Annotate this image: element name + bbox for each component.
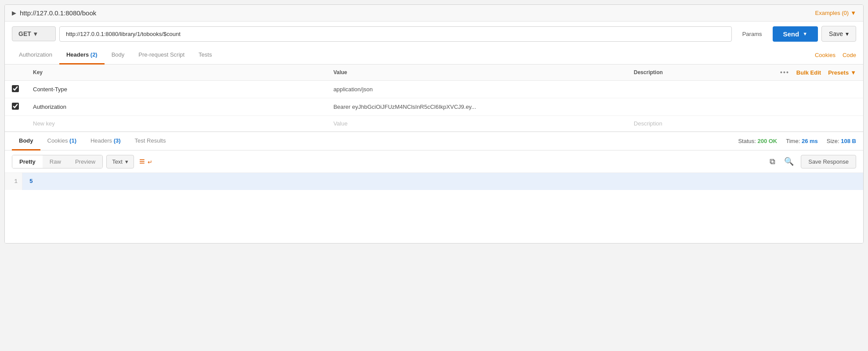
- format-select[interactable]: Text ▾: [106, 155, 134, 168]
- wrap-button[interactable]: ≡ ↵: [137, 154, 154, 169]
- status-label: Status: 200 OK: [738, 138, 777, 144]
- tab-response-body[interactable]: Body: [12, 132, 40, 150]
- row2-key[interactable]: Authorization: [26, 98, 326, 116]
- params-button[interactable]: Params: [735, 27, 769, 41]
- line-number-1: 1: [9, 178, 18, 185]
- method-select[interactable]: GET ▾: [12, 26, 56, 41]
- size-value: 108 B: [841, 138, 856, 144]
- row2-description[interactable]: [627, 98, 744, 116]
- col-value-header: Value: [326, 64, 627, 81]
- tab-headers[interactable]: Headers (2): [59, 46, 105, 64]
- send-label: Send: [783, 30, 799, 38]
- tab-response-cookies-badge: (1): [69, 137, 76, 144]
- tab-response-cookies-label: Cookies: [47, 137, 70, 144]
- view-raw-button[interactable]: Raw: [43, 155, 68, 168]
- tab-response-headers[interactable]: Headers (3): [83, 132, 128, 150]
- row2-checkbox[interactable]: [12, 103, 19, 110]
- expand-arrow-icon[interactable]: ▶: [12, 10, 16, 16]
- code-link[interactable]: Code: [843, 52, 856, 58]
- time-label: Time: 26 ms: [786, 138, 818, 144]
- col-description-header: Description: [627, 64, 744, 81]
- examples-link[interactable]: Examples (0) ▼: [815, 10, 856, 16]
- outer-container: ▶ http://127.0.0.1:8080/book Examples (0…: [0, 0, 868, 351]
- tab-headers-label: Headers: [66, 51, 90, 58]
- row2-value[interactable]: Bearer eyJhbGciOiJFUzM4NClsInR5cCl6IkpXV…: [326, 98, 627, 116]
- table-row: Authorization Bearer eyJhbGciOiJFUzM4NCl…: [5, 98, 863, 116]
- presets-label: Presets: [828, 69, 849, 76]
- new-row-key[interactable]: New key: [26, 116, 326, 132]
- row1-key[interactable]: Content-Type: [26, 81, 326, 98]
- row1-actions: [744, 81, 863, 98]
- tab-response-cookies[interactable]: Cookies (1): [40, 132, 83, 150]
- request-row: GET ▾ Params Send ▼ Save ▾: [5, 21, 863, 46]
- copy-button[interactable]: ⧉: [768, 155, 777, 168]
- new-key-placeholder: New key: [33, 120, 55, 127]
- tab-tests-label: Tests: [199, 51, 212, 58]
- search-button[interactable]: 🔍: [782, 155, 796, 168]
- save-button[interactable]: Save ▾: [821, 26, 856, 42]
- response-tabs-left: Body Cookies (1) Headers (3) Test Result…: [12, 132, 173, 150]
- save-chevron-icon: ▾: [846, 30, 849, 37]
- tab-body[interactable]: Body: [105, 46, 132, 64]
- url-input[interactable]: [59, 26, 732, 42]
- time-value: 26 ms: [802, 138, 818, 144]
- bulk-edit-button[interactable]: Bulk Edit: [796, 69, 821, 76]
- row1-checkbox-cell: [5, 81, 26, 98]
- tab-response-headers-badge: (3): [114, 137, 121, 144]
- tab-body-label: Body: [112, 51, 125, 58]
- response-meta: Status: 200 OK Time: 26 ms Size: 108 B: [738, 138, 856, 144]
- examples-chevron-icon: ▼: [850, 10, 856, 16]
- toolbar-left: Pretty Raw Preview Text ▾ ≡ ↵: [12, 154, 154, 169]
- url-bar-row: ▶ http://127.0.0.1:8080/book Examples (0…: [5, 5, 863, 21]
- method-label: GET: [18, 30, 31, 37]
- save-label: Save: [829, 30, 843, 37]
- code-line-1[interactable]: 5: [22, 173, 863, 190]
- more-options-icon[interactable]: •••: [780, 69, 789, 76]
- send-button[interactable]: Send ▼: [773, 26, 818, 42]
- line-numbers: 1: [5, 173, 22, 190]
- url-bar-left: ▶ http://127.0.0.1:8080/book: [12, 9, 96, 17]
- status-value: 200 OK: [757, 138, 777, 144]
- row2-checkbox-cell: [5, 98, 26, 116]
- format-chevron-icon: ▾: [125, 158, 128, 165]
- tab-pre-request-script[interactable]: Pre-request Script: [131, 46, 192, 64]
- response-tabs-row: Body Cookies (1) Headers (3) Test Result…: [5, 132, 863, 150]
- row1-checkbox[interactable]: [12, 85, 19, 92]
- tab-response-headers-label: Headers: [90, 137, 114, 144]
- cookies-link[interactable]: Cookies: [815, 52, 835, 58]
- response-toolbar: Pretty Raw Preview Text ▾ ≡ ↵ ⧉ 🔍 Save R…: [5, 150, 863, 173]
- headers-table: Key Value Description ••• Bulk Edit Pres…: [5, 64, 863, 132]
- col-actions-header: ••• Bulk Edit Presets ▼: [744, 64, 863, 81]
- tab-response-body-label: Body: [19, 137, 33, 144]
- url-title: http://127.0.0.1:8080/book: [20, 9, 96, 17]
- row1-description[interactable]: [627, 81, 744, 98]
- examples-label: Examples (0): [815, 10, 849, 16]
- presets-button[interactable]: Presets ▼: [828, 69, 856, 76]
- presets-chevron-icon: ▼: [850, 69, 856, 76]
- new-description-placeholder: Description: [634, 120, 662, 127]
- new-value-placeholder: Value: [333, 120, 347, 127]
- view-pretty-button[interactable]: Pretty: [12, 155, 43, 168]
- row2-actions: [744, 98, 863, 116]
- col-key-header: Key: [26, 64, 326, 81]
- tab-authorization[interactable]: Authorization: [12, 46, 59, 64]
- toolbar-right: ⧉ 🔍 Save Response: [768, 155, 856, 168]
- main-card: ▶ http://127.0.0.1:8080/book Examples (0…: [4, 4, 864, 244]
- tab-test-results[interactable]: Test Results: [128, 132, 173, 150]
- tab-pre-request-label: Pre-request Script: [138, 51, 184, 58]
- wrap-icon: ≡: [139, 156, 145, 167]
- tab-tests[interactable]: Tests: [192, 46, 219, 64]
- table-row-new: New key Value Description: [5, 116, 863, 132]
- request-tabs-left: Authorization Headers (2) Body Pre-reque…: [12, 46, 219, 64]
- code-area: 1 5: [5, 173, 863, 190]
- size-label: Size: 108 B: [827, 138, 856, 144]
- row1-value[interactable]: application/json: [326, 81, 627, 98]
- wrap-lines-icon: ↵: [148, 159, 152, 165]
- new-row-value[interactable]: Value: [326, 116, 627, 132]
- save-response-button[interactable]: Save Response: [801, 155, 856, 168]
- new-row-actions: [744, 116, 863, 132]
- view-preview-button[interactable]: Preview: [68, 155, 102, 168]
- tab-authorization-label: Authorization: [19, 51, 52, 58]
- new-row-description[interactable]: Description: [627, 116, 744, 132]
- table-row: Content-Type application/json: [5, 81, 863, 98]
